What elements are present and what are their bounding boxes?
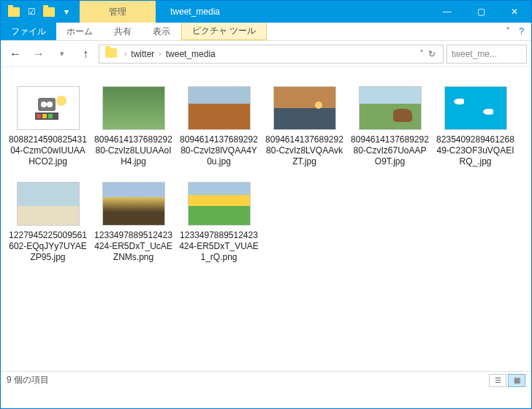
chevron-right-icon[interactable]: › <box>154 50 165 58</box>
details-view-button[interactable]: ☰ <box>489 374 506 387</box>
file-item[interactable]: 809461413768929280-CzvIz8LVQAAvkZT.jpg <box>262 82 347 177</box>
breadcrumb-part[interactable]: twitter <box>131 49 154 59</box>
svg-rect-4 <box>37 114 41 118</box>
file-name: 809461413768929280-CzvIz8LUUAAoIH4.jpg <box>94 134 173 167</box>
thumbnail <box>444 86 507 130</box>
file-name: 809461413768929280-CzvIz8LVQAAvkZT.jpg <box>265 134 344 167</box>
minimize-button[interactable]: — <box>430 1 464 23</box>
back-button[interactable]: ← <box>5 44 26 64</box>
breadcrumb-part[interactable]: tweet_media <box>166 49 216 59</box>
folder-icon <box>6 4 22 20</box>
thumbnail <box>17 182 80 226</box>
thumbnail <box>273 86 336 130</box>
refresh-icon[interactable]: ↻ <box>428 49 436 59</box>
context-tab-manage: 管理 <box>80 1 156 23</box>
maximize-button[interactable]: ▢ <box>464 1 498 23</box>
quick-access-toolbar: ☑ ▾ <box>1 4 80 20</box>
file-item[interactable]: 809461413768929280-CzvIz8lVQAA4Y0u.jpg <box>176 82 262 177</box>
svg-point-7 <box>56 96 66 106</box>
forward-button: → <box>28 44 49 64</box>
svg-point-2 <box>47 102 53 107</box>
close-button[interactable]: ✕ <box>498 1 531 23</box>
address-dropdown-icon[interactable]: ˅ <box>419 49 424 59</box>
tab-share[interactable]: 共有 <box>104 23 142 40</box>
properties-icon[interactable]: ☑ <box>23 4 39 20</box>
thumbnails-view-button[interactable]: ▦ <box>508 374 525 387</box>
thumbnail <box>188 86 251 130</box>
status-item-count: 9 個の項目 <box>7 374 49 386</box>
file-name: 1227945225009561602-EQqJYy7UYAEZP95.jpg <box>8 230 88 263</box>
file-list: 808821459082543104-CzmC0wIUUAAHCO2.jpg80… <box>1 67 531 389</box>
svg-rect-5 <box>42 114 47 118</box>
search-input[interactable]: tweet_me... <box>446 45 527 64</box>
file-item[interactable]: 809461413768929280-CzvIz8LUUAAoIH4.jpg <box>91 82 176 177</box>
file-name: 809461413768929280-CzvIz67UoAAPO9T.jpg <box>350 134 430 167</box>
search-placeholder: tweet_me... <box>452 49 497 59</box>
title-bar: ☑ ▾ 管理 tweet_media — ▢ ✕ <box>1 1 531 23</box>
file-name: 1233497889512423424-ER5DxT_UcAEZNMs.png <box>94 230 173 263</box>
file-item[interactable]: 823540928946126849-C23OF3uVQAEIRQ_.jpg <box>433 82 518 177</box>
thumbnail <box>102 86 165 130</box>
file-item[interactable]: 1233497889512423424-ER5DxT_UcAEZNMs.png <box>91 177 176 273</box>
tab-picture-tools[interactable]: ピクチャ ツール <box>181 23 267 40</box>
thumbnail <box>188 182 251 226</box>
file-item[interactable]: 1233497889512423424-ER5DxT_VUAE1_rQ.png <box>176 177 262 273</box>
qat-dropdown-icon[interactable]: ▾ <box>58 4 75 20</box>
ribbon-tabs: ファイル ホーム 共有 表示 ピクチャ ツール ˅ ? <box>1 23 531 41</box>
file-name: 1233497889512423424-ER5DxT_VUAE1_rQ.png <box>179 230 259 263</box>
help-icon[interactable]: ? <box>519 26 524 37</box>
file-item[interactable]: 808821459082543104-CzmC0wIUUAAHCO2.jpg <box>5 82 91 177</box>
thumbnail <box>359 86 422 130</box>
window-controls: — ▢ ✕ <box>430 1 531 23</box>
folder-icon <box>105 48 117 60</box>
svg-rect-6 <box>48 114 53 118</box>
tab-home[interactable]: ホーム <box>56 23 104 40</box>
file-name: 823540928946126849-C23OF3uVQAEIRQ_.jpg <box>436 134 515 167</box>
tab-view[interactable]: 表示 <box>142 23 181 40</box>
file-name: 808821459082543104-CzmC0wIUUAAHCO2.jpg <box>8 134 88 167</box>
file-name: 809461413768929280-CzvIz8lVQAA4Y0u.jpg <box>179 134 259 167</box>
up-button[interactable]: ↑ <box>75 44 96 64</box>
navigation-bar: ← → ▾ ↑ › twitter › tweet_media ˅ ↻ twee… <box>1 41 531 67</box>
ribbon-expand-icon[interactable]: ˅ <box>506 26 510 37</box>
thumbnail <box>102 182 165 226</box>
window-title: tweet_media <box>156 7 430 17</box>
tab-file[interactable]: ファイル <box>1 23 56 40</box>
status-bar: 9 個の項目 ☰ ▦ <box>1 371 531 389</box>
new-folder-icon[interactable] <box>41 4 57 20</box>
thumbnail <box>17 86 80 130</box>
file-item[interactable]: 1227945225009561602-EQqJYy7UYAEZP95.jpg <box>5 177 91 273</box>
file-item[interactable]: 809461413768929280-CzvIz67UoAAPO9T.jpg <box>347 82 433 177</box>
breadcrumb[interactable]: › twitter › tweet_media ˅ ↻ <box>99 45 444 64</box>
chevron-right-icon[interactable]: › <box>120 50 131 58</box>
svg-point-1 <box>41 102 47 107</box>
recent-dropdown-icon[interactable]: ▾ <box>52 44 72 64</box>
